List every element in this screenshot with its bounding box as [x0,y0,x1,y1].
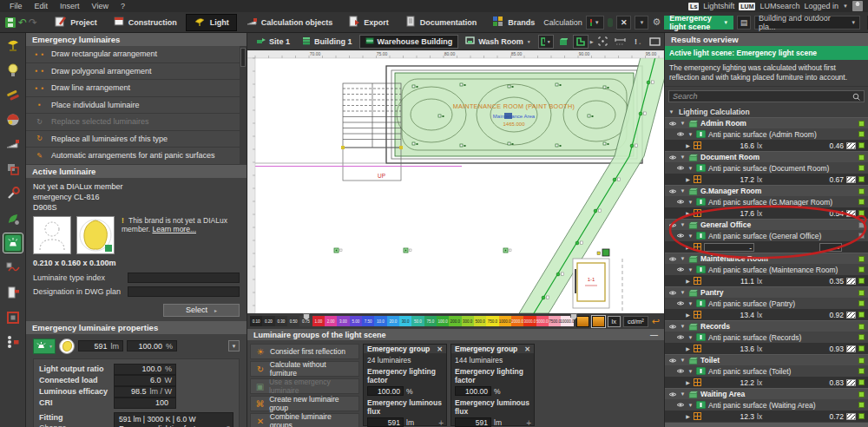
tool-draw-rectangular-arrangement[interactable]: ▪ ▪Draw rectangular arrangement [26,46,247,63]
tree-values-row[interactable]: ▶ 16.6 lx 0.46 [665,140,868,151]
door-icon[interactable] [3,283,23,302]
gear-icon[interactable]: ⚙ [652,16,661,28]
chevron-down-icon[interactable]: ▼ [680,222,686,227]
scale-segment[interactable]: 1.00 [312,316,325,326]
eye-icon[interactable] [668,188,677,194]
tab-documentation[interactable]: Documentation [398,14,484,31]
scale-segment[interactable]: 30.0 [399,316,411,326]
luminaire-photo-placeholder[interactable] [33,216,71,254]
tool-draw-polygonal-arrangement[interactable]: ▪ ▪Draw polygonal arrangement [26,63,247,81]
tree-surface-row[interactable]: ▼Anti panic surface (Admin Room) [665,128,868,140]
eye-icon[interactable] [668,121,677,127]
tool-replace-all-luminaires-of-this-type[interactable]: ↻Replace all luminaires of this type [26,131,247,148]
field-input[interactable] [128,273,240,283]
tree-room-row[interactable]: ▼G.Manager Room [665,185,868,196]
tree-values-row[interactable]: ▶ 13.4 lx 0.92 [665,309,868,320]
chevron-down-icon[interactable]: ▼ [680,358,686,363]
tool-place-individual-luminaire[interactable]: ▪Place individual luminaire [26,97,247,115]
menu-file[interactable]: File [3,2,29,10]
avatar[interactable] [852,1,863,11]
collapse-properties-button[interactable]: ▼ [228,340,240,351]
hatch-swatch[interactable] [846,210,856,217]
hatch-swatch[interactable] [846,379,856,386]
chevron-down-icon[interactable]: ▼ [680,256,686,261]
chevron-down-icon[interactable]: ▼ [680,154,686,160]
fullscreen-button[interactable] [648,35,663,49]
field-input[interactable] [128,286,240,297]
chevron-down-icon[interactable]: ▼ [843,3,848,9]
render-sphere-icon[interactable] [3,110,23,129]
scale-gradient-swatch-selected[interactable] [592,316,605,327]
hatch-swatch[interactable] [846,413,856,420]
chevron-right-icon[interactable]: ▶ [685,413,691,419]
nav-site-1[interactable]: Site 1 [251,35,295,49]
tab-calculation-objects[interactable]: Calculation objects [239,14,340,31]
eye-icon[interactable] [668,324,677,330]
eye-icon[interactable] [676,266,685,273]
add-icon[interactable]: + [526,418,531,427]
cad-viewport[interactable]: MAINTENANCE ROOM (PAINT BOOTH) Maintenan… [247,50,664,313]
chevron-down-icon[interactable]: ▼ [680,324,686,329]
chevron-right-icon[interactable]: ▶ [685,244,691,250]
plan-view-button[interactable] [573,35,589,49]
scale-segment[interactable]: 200.0 [449,316,461,326]
eye-icon[interactable] [668,391,677,397]
chevron-right-icon[interactable]: ▶ [685,312,691,318]
scale-segment[interactable]: 3000.0 [523,316,536,326]
chevron-right-icon[interactable]: ▶ [685,345,691,351]
fitting-dropdown[interactable]: 591 lm | 3000 K | 6.0 W Emergency lighti… [114,412,233,427]
card-flux-field[interactable]: 591 [455,417,491,427]
lamp-icon[interactable] [59,338,75,354]
calculation-options-dropdown[interactable]: ▼ [635,16,648,30]
chevron-down-icon[interactable]: ▼ [680,188,686,194]
eye-icon[interactable] [676,233,685,239]
chevron-down-icon[interactable]: ▼ [687,301,694,306]
solid-view-button[interactable] [556,35,571,49]
nav-building-1[interactable]: Building 1 [297,35,358,49]
tree-root[interactable]: ▼Lighting Calculation [665,106,868,117]
close-icon[interactable]: ✕ [524,345,530,353]
chevron-right-icon[interactable]: ▶ [685,176,691,182]
desk-lamp-icon[interactable] [3,36,23,55]
menu-view[interactable]: View [86,2,115,10]
learn-more-link[interactable]: Learn more... [152,225,196,233]
hatch-swatch[interactable] [846,312,856,319]
scale-segment[interactable]: 500.0 [474,316,486,326]
minimize-icon[interactable]: — [650,331,658,339]
group-btn-consider-first-reflection[interactable]: ☀Consider first reflection [250,344,359,359]
energy-leaf-icon[interactable] [3,209,23,228]
scale-segment[interactable]: 2.00 [325,316,337,326]
tab-construction[interactable]: Construction [106,14,184,31]
projector-icon[interactable] [3,135,23,154]
measure-button[interactable] [613,35,628,49]
view-mode-dropdown[interactable]: ▼ [538,35,554,49]
chevron-down-icon[interactable]: ▼ [687,166,694,171]
eye-icon[interactable] [676,402,685,408]
tab-light[interactable]: Light [186,14,237,31]
logged-in-menu[interactable]: Logged in [805,2,839,10]
eye-icon[interactable] [676,334,685,340]
calculation-start-button[interactable]: ▼ [586,16,604,30]
eye-icon[interactable] [668,154,677,161]
hatch-swatch[interactable] [846,278,856,285]
fitting-change-link[interactable]: Change [39,424,67,427]
chevron-down-icon[interactable]: ▼ [687,369,694,374]
menu-edit[interactable]: Edit [29,2,55,10]
nav-wash-room[interactable]: Wash Room ▼ [460,35,536,49]
group-btn-create-new-luminaire-group[interactable]: ⌘Create new luminaire group [250,396,359,411]
scale-segment[interactable]: 5.00 [350,316,362,326]
scale-segment[interactable]: 7.50 [362,316,374,326]
fasteners-icon[interactable] [3,85,23,104]
tab-brands[interactable]: Brands [485,14,542,31]
chevron-down-icon[interactable]: ▼ [680,121,686,126]
tree-surface-row[interactable]: ▼Anti panic surface (General Office) [665,230,868,241]
tree-surface-row[interactable]: ▼Anti panic surface (G.Manager Room) [665,196,868,207]
percent-field[interactable]: 100.00% [127,340,177,351]
light-scene-button[interactable]: Emergency light scene ▼ [664,16,733,30]
tree-values-row[interactable]: ▶ 17.2 lx 0.67 [665,174,868,185]
scale-segment[interactable]: 0.20 [262,316,274,326]
add-icon[interactable]: + [438,418,444,427]
tree-room-row[interactable]: ▼General Office [665,219,868,230]
tool-list-scrollbar[interactable] [240,46,247,165]
bulb-icon[interactable] [3,61,23,80]
